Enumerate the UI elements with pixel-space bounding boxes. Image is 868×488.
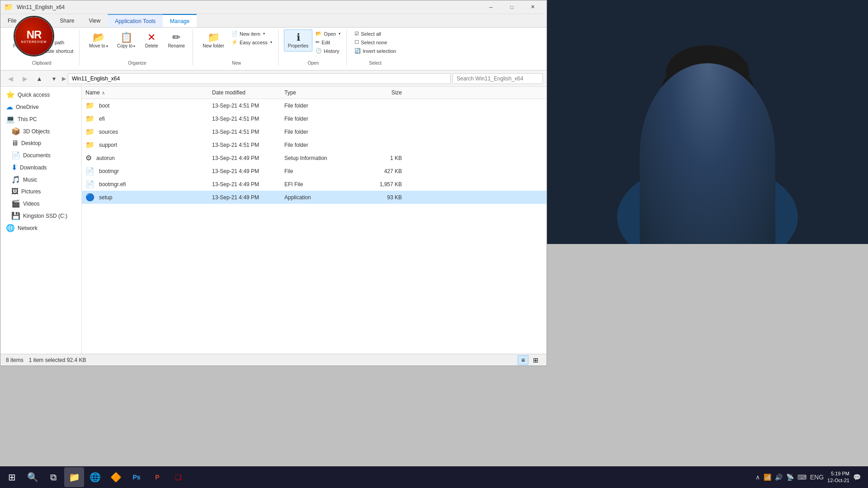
wifi-icon[interactable]: 📡	[786, 474, 794, 481]
organize-label: Organize	[128, 60, 146, 66]
open-buttons: ℹ Properties 📂 Open ▾ ✏ Edit 🕐	[284, 29, 343, 60]
move-to-icon: 📂	[93, 33, 105, 42]
up-button[interactable]: ▲	[33, 72, 46, 85]
file-row[interactable]: 📁 support 13-Sep-21 4:51 PM File folder	[82, 138, 547, 151]
app1-taskbar-button[interactable]: 🔶	[106, 467, 126, 487]
sidebar-item-network[interactable]: 🌐 Network	[0, 222, 81, 234]
file-row[interactable]: 📁 sources 13-Sep-21 4:51 PM File folder	[82, 125, 547, 138]
new-item-button[interactable]: 📄 New item ▾	[229, 29, 274, 38]
sidebar-item-onedrive[interactable]: ☁ OneDrive	[0, 101, 81, 113]
sidebar-item-videos[interactable]: 🎬 Videos	[0, 197, 81, 210]
col-size[interactable]: Size	[357, 89, 402, 96]
col-name[interactable]: Name ∧	[85, 89, 212, 96]
file-icon: 🔵	[85, 193, 94, 202]
close-button[interactable]: ✕	[522, 0, 543, 14]
col-date-modified[interactable]: Date modified	[212, 89, 284, 96]
file-row[interactable]: 📁 boot 13-Sep-21 4:51 PM File folder	[82, 99, 547, 112]
language-label[interactable]: ENG	[810, 474, 824, 481]
new-folder-button[interactable]: 📁 New folder	[198, 29, 228, 52]
title-bar: 📁 Win11_English_x64 ─ □ ✕	[0, 0, 547, 14]
task-view-button[interactable]: ⧉	[43, 467, 63, 487]
svg-point-6	[728, 72, 755, 127]
back-button[interactable]: ◀	[4, 72, 17, 85]
sidebar-item-3d-objects[interactable]: 📦 3D Objects	[0, 125, 81, 137]
sidebar-item-kingston-ssd[interactable]: 💾 Kingston SSD (C:)	[0, 210, 81, 222]
address-input[interactable]	[68, 73, 451, 84]
invert-selection-button[interactable]: 🔄 Invert selection	[352, 47, 398, 55]
file-name-text: support	[99, 142, 212, 148]
powerpoint-taskbar-button[interactable]: P	[147, 467, 167, 487]
delete-button[interactable]: ✕ Delete	[140, 29, 163, 52]
svg-point-5	[660, 72, 687, 127]
sidebar-item-quick-access[interactable]: ⭐ Quick access	[0, 89, 81, 101]
edit-label: Edit	[321, 40, 330, 45]
tab-share[interactable]: Share	[52, 14, 81, 27]
svg-point-7	[686, 107, 697, 119]
properties-button[interactable]: ℹ Properties	[284, 29, 313, 52]
keyboard-icon[interactable]: ⌨	[797, 474, 807, 481]
sidebar-item-downloads[interactable]: ⬇ Downloads	[0, 161, 81, 174]
minimize-button[interactable]: ─	[481, 0, 501, 14]
copy-to-button[interactable]: 📋 Copy to▾	[113, 29, 139, 52]
select-group: ☑ Select all ☐ Select none 🔄 Invert sele…	[349, 29, 402, 66]
select-none-button[interactable]: ☐ Select none	[352, 38, 398, 47]
col-type[interactable]: Type	[284, 89, 357, 96]
delete-icon: ✕	[147, 33, 156, 42]
select-all-icon: ☑	[354, 31, 359, 37]
file-explorer-taskbar-button[interactable]: 📁	[64, 467, 84, 487]
ribbon-tabs: File Home Share View Application Tools M…	[0, 14, 547, 28]
file-row[interactable]: 📄 bootmgr 13-Sep-21 4:49 PM File 427 KB	[82, 164, 547, 178]
details-view-button[interactable]: ≡	[518, 355, 528, 365]
onedrive-icon: ☁	[6, 103, 13, 111]
network-status-icon[interactable]: 📶	[764, 474, 771, 481]
file-type-cell: Application	[284, 194, 357, 201]
maximize-button[interactable]: □	[501, 0, 522, 14]
sidebar-item-documents[interactable]: 📄 Documents	[0, 149, 81, 161]
file-row[interactable]: 📄 bootmgr.efi 13-Sep-21 4:49 PM EFI File…	[82, 178, 547, 191]
file-row[interactable]: 🔵 setup 13-Sep-21 4:49 PM Application 93…	[82, 191, 547, 204]
file-date-cell: 13-Sep-21 4:51 PM	[212, 116, 284, 122]
rename-label: Rename	[168, 43, 185, 48]
file-row[interactable]: 📁 efi 13-Sep-21 4:51 PM File folder	[82, 112, 547, 125]
edit-button[interactable]: ✏ Edit	[313, 38, 343, 47]
file-explorer-window: 📁 Win11_English_x64 ─ □ ✕ File Home Shar…	[0, 0, 547, 366]
file-size-cell: 427 KB	[357, 168, 402, 174]
recent-button[interactable]: ▾	[47, 72, 60, 85]
sidebar-item-pictures[interactable]: 🖼 Pictures	[0, 186, 81, 197]
content-area: ⭐ Quick access ☁ OneDrive 💻 This PC 📦 3D…	[0, 87, 547, 354]
file-row[interactable]: ⚙ autorun 13-Sep-21 4:49 PM Setup Inform…	[82, 151, 547, 164]
svg-point-8	[718, 107, 729, 119]
start-button[interactable]: ⊞	[2, 467, 22, 487]
search-input[interactable]	[453, 73, 543, 84]
quick-access-icon: ⭐	[6, 90, 15, 99]
file-date-cell: 13-Sep-21 4:51 PM	[212, 103, 284, 109]
sidebar-item-music[interactable]: 🎵 Music	[0, 174, 81, 186]
sidebar-item-this-pc[interactable]: 💻 This PC	[0, 113, 81, 125]
search-button[interactable]: 🔍	[23, 467, 42, 487]
music-icon: 🎵	[11, 175, 20, 184]
tab-application-tools[interactable]: Application Tools	[108, 14, 163, 27]
sidebar-item-desktop[interactable]: 🖥 Desktop	[0, 137, 81, 149]
svg-point-2	[667, 61, 748, 156]
taskbar-clock[interactable]: 5:19 PM 12-Oct-21	[827, 470, 849, 484]
chevron-up-icon[interactable]: ∧	[755, 474, 760, 481]
notification-icon[interactable]: 💬	[853, 474, 861, 481]
file-icon: 📄	[85, 180, 94, 188]
history-button[interactable]: 🕐 History	[313, 47, 343, 55]
documents-icon: 📄	[11, 151, 20, 160]
file-type-cell: File folder	[284, 103, 357, 109]
tab-manage[interactable]: Manage	[163, 14, 197, 27]
open-button[interactable]: 📂 Open ▾	[313, 29, 343, 38]
large-icons-view-button[interactable]: ⊞	[530, 355, 541, 365]
forward-button[interactable]: ▶	[19, 72, 31, 85]
app2-taskbar-button[interactable]: ❑	[168, 467, 188, 487]
tab-view[interactable]: View	[81, 14, 108, 27]
browser-taskbar-button[interactable]: 🌐	[85, 467, 105, 487]
photoshop-taskbar-button[interactable]: Ps	[127, 467, 146, 487]
select-all-button[interactable]: ☑ Select all	[352, 29, 398, 38]
file-name-text: autorun	[96, 155, 212, 161]
move-to-button[interactable]: 📂 Move to▾	[85, 29, 112, 52]
easy-access-button[interactable]: ⚡ Easy access ▾	[229, 38, 274, 47]
rename-button[interactable]: ✏ Rename	[164, 29, 189, 52]
volume-icon[interactable]: 🔊	[775, 474, 783, 481]
